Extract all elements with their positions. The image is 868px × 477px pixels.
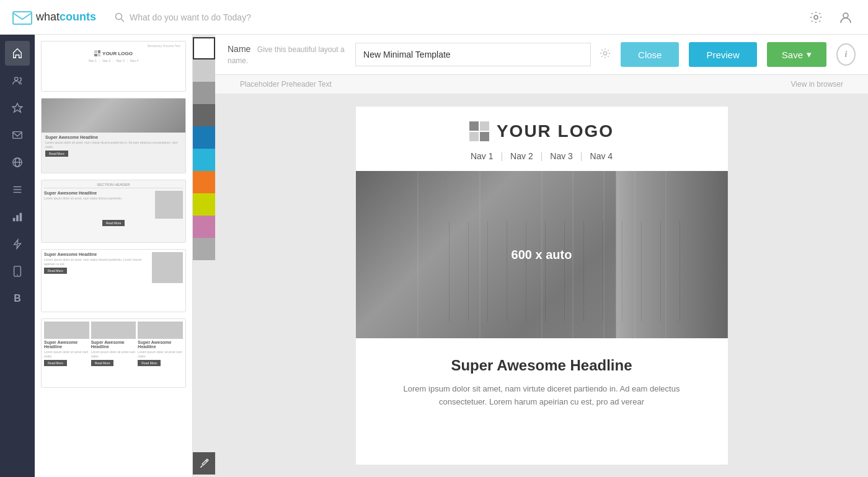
color-palette (193, 35, 215, 477)
svg-point-19 (17, 274, 18, 276)
color-swatch-cyan-blue[interactable] (193, 149, 215, 171)
main-content: B Newsletter Preview Text YOUR LOGO Nav … (0, 35, 868, 477)
svg-point-4 (843, 13, 848, 18)
save-button[interactable]: Save ▾ (767, 42, 826, 67)
svg-point-3 (814, 15, 818, 19)
nav-sep-2: | (541, 151, 543, 161)
view-in-browser-link[interactable]: View in browser (791, 80, 843, 89)
email-nav-1[interactable]: Nav 1 (471, 151, 494, 161)
template-settings-button[interactable] (600, 48, 611, 62)
globe-icon (12, 157, 23, 168)
email-logo-text: YOUR LOGO (497, 121, 614, 141)
sidebar-item-brand[interactable]: B (5, 286, 30, 311)
top-navigation: whatcounts (0, 0, 868, 35)
email-nav: Nav 1 | Nav 2 | Nav 3 | Nav 4 (368, 151, 715, 161)
gear-icon (810, 11, 822, 24)
logo-sq-2 (480, 121, 489, 131)
user-nav-button[interactable] (836, 7, 856, 27)
home-icon (12, 48, 23, 59)
svg-line-2 (122, 19, 125, 22)
name-input-area (355, 43, 611, 66)
sidebar-icons: B (0, 35, 35, 477)
list-icon (12, 184, 23, 195)
color-swatch-medium-gray[interactable] (193, 82, 215, 104)
email-nav-4[interactable]: Nav 4 (590, 151, 613, 161)
svg-point-1 (116, 13, 122, 19)
search-area (115, 12, 806, 22)
email-nav-2[interactable]: Nav 2 (510, 151, 533, 161)
search-icon (115, 12, 125, 22)
logo-envelope-icon (12, 10, 32, 25)
sidebar-item-reports[interactable] (5, 204, 30, 229)
chart-icon (12, 211, 23, 222)
color-swatch-dark-gray[interactable] (193, 104, 215, 126)
eyedropper-button[interactable] (193, 452, 215, 475)
sidebar-item-automation[interactable] (5, 95, 30, 120)
settings-nav-button[interactable] (806, 7, 826, 27)
sidebar-item-mobile[interactable] (5, 259, 30, 284)
app-name: whatcounts (36, 11, 96, 24)
user-icon (839, 11, 852, 24)
logo-squares (469, 121, 489, 141)
email-preview-area[interactable]: YOUR LOGO Nav 1 | Nav 2 | Nav 3 | Nav 4 (215, 94, 868, 477)
sidebar-item-global[interactable] (5, 150, 30, 175)
mobile-icon (13, 266, 22, 277)
svg-marker-17 (14, 240, 21, 248)
preheader-text: Placeholder Preheader Text (240, 80, 332, 89)
lightning-icon (12, 239, 23, 250)
nav-sep-3: | (580, 151, 583, 161)
sidebar-item-quick[interactable] (5, 232, 30, 256)
editor-header: Name Give this beautiful layout a name. … (215, 35, 868, 75)
name-label-area: Name Give this beautiful layout a name. (228, 43, 345, 66)
email-nav-3[interactable]: Nav 3 (550, 151, 573, 161)
gear-settings-icon (600, 48, 611, 59)
app-logo: whatcounts (12, 10, 96, 25)
svg-rect-0 (13, 12, 32, 24)
email-header: YOUR LOGO Nav 1 | Nav 2 | Nav 3 | Nav 4 (356, 107, 728, 171)
svg-rect-14 (13, 218, 16, 221)
template-thumb-2[interactable]: Super Awesome Headline Lorem ipsum dolor… (41, 98, 186, 173)
search-input[interactable] (130, 12, 316, 22)
svg-rect-15 (16, 215, 19, 221)
automation-icon (12, 102, 23, 113)
email-body-text: Lorem ipsum dolor sit amet, nam virtute … (381, 383, 703, 409)
nav-icons-area (806, 7, 856, 27)
eyedropper-icon (199, 458, 209, 468)
svg-marker-6 (12, 103, 22, 112)
sidebar-item-home[interactable] (5, 41, 30, 66)
svg-point-20 (603, 51, 606, 55)
mail-icon (12, 129, 23, 141)
color-swatch-gray2[interactable] (193, 238, 215, 260)
svg-point-5 (15, 77, 18, 81)
color-swatch-purple-pink[interactable] (193, 216, 215, 238)
color-swatch-light-gray[interactable] (193, 59, 215, 82)
hero-dimension-label: 600 x auto (512, 248, 572, 262)
email-content: YOUR LOGO Nav 1 | Nav 2 | Nav 3 | Nav 4 (356, 107, 728, 465)
logo-sq-3 (469, 132, 479, 141)
template-thumb-5[interactable]: Super Awesome Headline Lorem ipsum dolor… (41, 318, 186, 388)
editor-area: Name Give this beautiful layout a name. … (215, 35, 868, 477)
color-swatch-yellow-green[interactable] (193, 193, 215, 216)
info-button[interactable]: i (836, 43, 856, 66)
template-name-input[interactable] (355, 43, 591, 66)
template-thumb-3[interactable]: SECTION HEADER Super Awesome Headline Lo… (41, 180, 186, 243)
preview-button[interactable]: Preview (689, 42, 756, 67)
logo-sq-1 (469, 121, 479, 131)
email-logo-area: YOUR LOGO (368, 121, 715, 141)
sidebar-item-contacts[interactable] (5, 68, 30, 93)
color-swatch-orange[interactable] (193, 171, 215, 193)
email-hero-image[interactable]: 600 x auto (356, 171, 728, 338)
color-swatch-dark-blue[interactable] (193, 126, 215, 149)
contacts-icon (12, 75, 23, 86)
svg-rect-16 (20, 213, 22, 222)
color-swatch-white[interactable] (193, 37, 215, 59)
email-body: Super Awesome Headline Lorem ipsum dolor… (356, 338, 728, 421)
sidebar-item-campaigns[interactable] (5, 123, 30, 147)
template-thumb-4[interactable]: Super Awesome Headline Lorem ipsum dolor… (41, 249, 186, 312)
sidebar-item-lists[interactable] (5, 177, 30, 202)
svg-rect-7 (13, 132, 22, 139)
email-headline: Super Awesome Headline (381, 357, 703, 374)
template-panel: Newsletter Preview Text YOUR LOGO Nav 1|… (35, 35, 193, 477)
template-thumb-1[interactable]: Newsletter Preview Text YOUR LOGO Nav 1|… (41, 41, 186, 92)
close-button[interactable]: Close (621, 42, 679, 67)
